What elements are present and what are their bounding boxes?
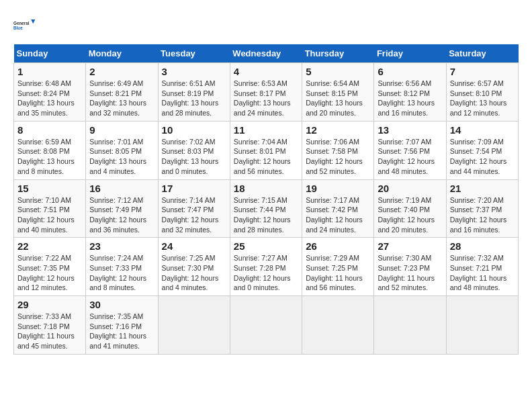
day-number: 2: [89, 66, 154, 77]
day-header-friday: Friday: [374, 44, 446, 63]
day-detail: Sunrise: 6:54 AM Sunset: 8:15 PM Dayligh…: [306, 79, 370, 118]
day-header-tuesday: Tuesday: [158, 44, 230, 63]
calendar-week-row: 22Sunrise: 7:22 AM Sunset: 7:35 PM Dayli…: [14, 238, 519, 296]
day-header-saturday: Saturday: [446, 44, 518, 63]
calendar-cell: [230, 296, 302, 355]
calendar-cell: 3Sunrise: 6:51 AM Sunset: 8:19 PM Daylig…: [158, 63, 230, 122]
day-number: 21: [450, 183, 515, 194]
calendar-cell: 23Sunrise: 7:24 AM Sunset: 7:33 PM Dayli…: [86, 238, 158, 296]
day-detail: Sunrise: 6:49 AM Sunset: 8:21 PM Dayligh…: [89, 79, 154, 118]
calendar-cell: 26Sunrise: 7:29 AM Sunset: 7:25 PM Dayli…: [302, 238, 374, 296]
calendar-cell: 30Sunrise: 7:35 AM Sunset: 7:16 PM Dayli…: [86, 296, 158, 355]
calendar-cell: [446, 296, 518, 355]
day-detail: Sunrise: 7:29 AM Sunset: 7:25 PM Dayligh…: [306, 253, 370, 293]
day-detail: Sunrise: 7:33 AM Sunset: 7:18 PM Dayligh…: [17, 312, 82, 351]
day-header-wednesday: Wednesday: [230, 44, 302, 63]
day-detail: Sunrise: 7:12 AM Sunset: 7:49 PM Dayligh…: [89, 195, 154, 235]
day-number: 7: [450, 66, 515, 77]
day-detail: Sunrise: 6:59 AM Sunset: 8:08 PM Dayligh…: [17, 137, 82, 177]
calendar-cell: 24Sunrise: 7:25 AM Sunset: 7:30 PM Dayli…: [158, 238, 230, 296]
calendar-cell: [302, 296, 374, 355]
svg-text:General: General: [13, 21, 30, 26]
calendar-cell: 27Sunrise: 7:30 AM Sunset: 7:23 PM Dayli…: [374, 238, 446, 296]
day-number: 11: [234, 124, 298, 136]
calendar-header-row: SundayMondayTuesdayWednesdayThursdayFrid…: [14, 44, 519, 63]
calendar-cell: 1Sunrise: 6:48 AM Sunset: 8:24 PM Daylig…: [14, 63, 86, 122]
day-detail: Sunrise: 7:15 AM Sunset: 7:44 PM Dayligh…: [234, 195, 298, 235]
day-number: 5: [306, 66, 370, 77]
day-number: 24: [162, 240, 226, 252]
day-number: 13: [378, 124, 442, 136]
day-number: 3: [162, 66, 226, 77]
calendar-cell: 9Sunrise: 7:01 AM Sunset: 8:05 PM Daylig…: [86, 121, 158, 179]
calendar-cell: 13Sunrise: 7:07 AM Sunset: 7:56 PM Dayli…: [374, 121, 446, 179]
calendar-cell: 22Sunrise: 7:22 AM Sunset: 7:35 PM Dayli…: [14, 238, 86, 296]
calendar-cell: 4Sunrise: 6:53 AM Sunset: 8:17 PM Daylig…: [230, 63, 302, 122]
calendar-cell: 15Sunrise: 7:10 AM Sunset: 7:51 PM Dayli…: [14, 179, 86, 238]
day-detail: Sunrise: 7:25 AM Sunset: 7:30 PM Dayligh…: [162, 253, 226, 293]
svg-text:Blue: Blue: [13, 26, 23, 30]
calendar-cell: 19Sunrise: 7:17 AM Sunset: 7:42 PM Dayli…: [302, 179, 374, 238]
day-detail: Sunrise: 7:32 AM Sunset: 7:21 PM Dayligh…: [450, 253, 515, 293]
calendar-cell: 20Sunrise: 7:19 AM Sunset: 7:40 PM Dayli…: [374, 179, 446, 238]
day-detail: Sunrise: 7:01 AM Sunset: 8:05 PM Dayligh…: [89, 137, 154, 177]
logo-icon: GeneralBlue: [13, 13, 38, 38]
calendar-cell: [374, 296, 446, 355]
calendar-cell: 17Sunrise: 7:14 AM Sunset: 7:47 PM Dayli…: [158, 179, 230, 238]
day-number: 8: [17, 124, 82, 136]
day-number: 9: [89, 124, 154, 136]
day-number: 17: [162, 183, 226, 194]
calendar-cell: 21Sunrise: 7:20 AM Sunset: 7:37 PM Dayli…: [446, 179, 518, 238]
day-number: 28: [450, 240, 515, 252]
day-number: 1: [17, 66, 82, 77]
day-detail: Sunrise: 7:04 AM Sunset: 8:01 PM Dayligh…: [234, 137, 298, 177]
day-number: 23: [89, 240, 154, 252]
calendar-week-row: 8Sunrise: 6:59 AM Sunset: 8:08 PM Daylig…: [14, 121, 519, 179]
calendar-cell: 7Sunrise: 6:57 AM Sunset: 8:10 PM Daylig…: [446, 63, 518, 122]
svg-marker-2: [31, 19, 35, 24]
day-header-monday: Monday: [86, 44, 158, 63]
calendar-cell: 6Sunrise: 6:56 AM Sunset: 8:12 PM Daylig…: [374, 63, 446, 122]
calendar-table: SundayMondayTuesdayWednesdayThursdayFrid…: [13, 44, 519, 355]
day-detail: Sunrise: 7:17 AM Sunset: 7:42 PM Dayligh…: [306, 195, 370, 235]
calendar-cell: 25Sunrise: 7:27 AM Sunset: 7:28 PM Dayli…: [230, 238, 302, 296]
day-header-sunday: Sunday: [14, 44, 86, 63]
day-detail: Sunrise: 7:24 AM Sunset: 7:33 PM Dayligh…: [89, 253, 154, 293]
calendar-cell: 5Sunrise: 6:54 AM Sunset: 8:15 PM Daylig…: [302, 63, 374, 122]
calendar-week-row: 29Sunrise: 7:33 AM Sunset: 7:18 PM Dayli…: [14, 296, 519, 355]
day-detail: Sunrise: 7:10 AM Sunset: 7:51 PM Dayligh…: [17, 195, 82, 235]
day-number: 26: [306, 240, 370, 252]
calendar-cell: [158, 296, 230, 355]
day-detail: Sunrise: 7:35 AM Sunset: 7:16 PM Dayligh…: [89, 312, 154, 351]
day-detail: Sunrise: 7:09 AM Sunset: 7:54 PM Dayligh…: [450, 137, 515, 177]
day-detail: Sunrise: 6:57 AM Sunset: 8:10 PM Dayligh…: [450, 79, 515, 118]
day-detail: Sunrise: 7:06 AM Sunset: 7:58 PM Dayligh…: [306, 137, 370, 177]
calendar-cell: 16Sunrise: 7:12 AM Sunset: 7:49 PM Dayli…: [86, 179, 158, 238]
day-detail: Sunrise: 7:19 AM Sunset: 7:40 PM Dayligh…: [378, 195, 442, 235]
calendar-cell: 12Sunrise: 7:06 AM Sunset: 7:58 PM Dayli…: [302, 121, 374, 179]
day-header-thursday: Thursday: [302, 44, 374, 63]
day-number: 12: [306, 124, 370, 136]
day-detail: Sunrise: 7:30 AM Sunset: 7:23 PM Dayligh…: [378, 253, 442, 293]
calendar-cell: 29Sunrise: 7:33 AM Sunset: 7:18 PM Dayli…: [14, 296, 86, 355]
calendar-week-row: 1Sunrise: 6:48 AM Sunset: 8:24 PM Daylig…: [14, 63, 519, 122]
day-number: 25: [234, 240, 298, 252]
day-detail: Sunrise: 6:53 AM Sunset: 8:17 PM Dayligh…: [234, 79, 298, 118]
day-detail: Sunrise: 7:20 AM Sunset: 7:37 PM Dayligh…: [450, 195, 515, 235]
day-number: 16: [89, 183, 154, 194]
day-detail: Sunrise: 7:14 AM Sunset: 7:47 PM Dayligh…: [162, 195, 226, 235]
calendar-cell: 18Sunrise: 7:15 AM Sunset: 7:44 PM Dayli…: [230, 179, 302, 238]
page-header: GeneralBlue: [13, 13, 519, 38]
day-number: 4: [234, 66, 298, 77]
calendar-cell: 14Sunrise: 7:09 AM Sunset: 7:54 PM Dayli…: [446, 121, 518, 179]
day-detail: Sunrise: 7:22 AM Sunset: 7:35 PM Dayligh…: [17, 253, 82, 293]
calendar-cell: 11Sunrise: 7:04 AM Sunset: 8:01 PM Dayli…: [230, 121, 302, 179]
day-number: 30: [89, 299, 154, 310]
day-number: 6: [378, 66, 442, 77]
logo: GeneralBlue: [13, 13, 38, 38]
day-number: 15: [17, 183, 82, 194]
calendar-cell: 28Sunrise: 7:32 AM Sunset: 7:21 PM Dayli…: [446, 238, 518, 296]
day-detail: Sunrise: 6:48 AM Sunset: 8:24 PM Dayligh…: [17, 79, 82, 118]
day-detail: Sunrise: 6:51 AM Sunset: 8:19 PM Dayligh…: [162, 79, 226, 118]
day-detail: Sunrise: 7:07 AM Sunset: 7:56 PM Dayligh…: [378, 137, 442, 177]
